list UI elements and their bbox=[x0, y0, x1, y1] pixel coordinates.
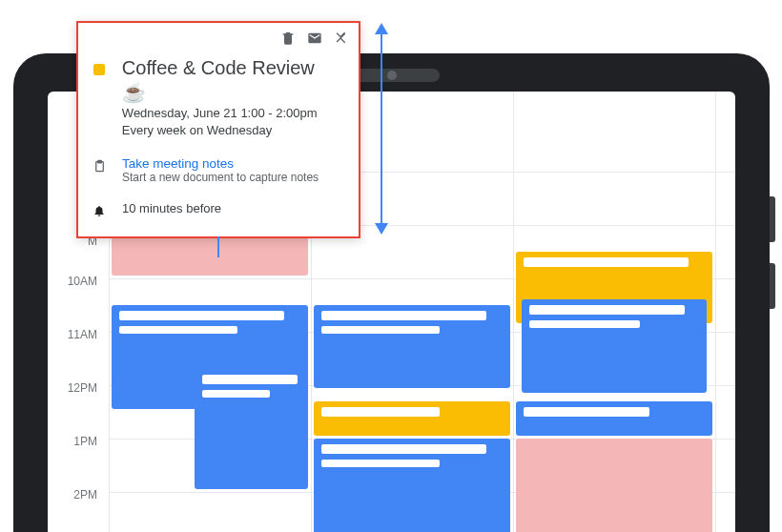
svg-rect-1 bbox=[97, 160, 101, 163]
calendar-event[interactable] bbox=[195, 369, 308, 489]
time-label: 11AM bbox=[59, 328, 97, 341]
event-recurrence: Every week on Wednesday bbox=[122, 122, 341, 139]
time-label: 10AM bbox=[59, 275, 97, 288]
take-meeting-notes-button[interactable]: Take meeting notes Start a new document … bbox=[122, 156, 319, 184]
resize-indicator bbox=[372, 23, 391, 235]
calendar-event[interactable] bbox=[314, 305, 510, 388]
device-side-button bbox=[770, 196, 775, 242]
popover-pointer bbox=[217, 236, 219, 257]
bell-icon bbox=[92, 201, 107, 217]
event-details-popover: Coffee & Code Review ☕ Wednesday, June 2… bbox=[76, 21, 360, 238]
calendar-event[interactable] bbox=[516, 439, 712, 532]
event-color-chip bbox=[93, 64, 105, 75]
time-label: 12PM bbox=[59, 381, 97, 395]
event-datetime: Wednesday, June 21 1:00 - 2:00pm bbox=[122, 105, 341, 122]
calendar-event[interactable] bbox=[314, 401, 510, 436]
email-icon[interactable] bbox=[307, 31, 322, 50]
calendar-event[interactable] bbox=[314, 439, 510, 532]
calendar-event[interactable] bbox=[522, 299, 707, 393]
reminder-text: 10 minutes before bbox=[122, 201, 221, 215]
take-notes-sublabel: Start a new document to capture notes bbox=[122, 171, 319, 184]
take-notes-label: Take meeting notes bbox=[122, 156, 319, 171]
calendar-event[interactable] bbox=[516, 401, 712, 436]
clipboard-icon bbox=[92, 156, 107, 174]
event-title: Coffee & Code Review ☕ bbox=[122, 55, 341, 105]
device-side-button bbox=[770, 263, 775, 309]
time-label: 1PM bbox=[59, 435, 97, 448]
delete-icon[interactable] bbox=[280, 31, 296, 50]
close-icon[interactable] bbox=[334, 31, 349, 50]
time-label: 2PM bbox=[59, 488, 97, 501]
